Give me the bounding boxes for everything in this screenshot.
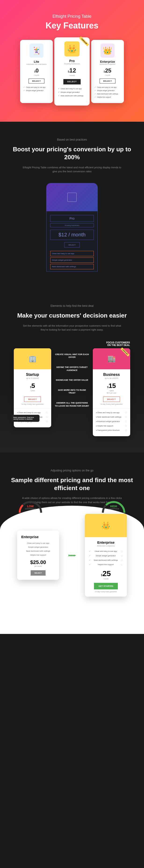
jester-icon: 🃏 xyxy=(32,46,41,55)
king-icon: 👑 xyxy=(67,44,77,54)
plan-subtitle: Individuals and small teams xyxy=(22,63,50,65)
section-sample: Adjusting pricing options on the go Samp… xyxy=(0,453,144,634)
plan-card-lite: 🃏 Lite Individuals and small teams $0 / … xyxy=(20,40,53,103)
feature-tooltip: Basic parameters. Real-time saving funct… xyxy=(11,415,40,422)
crown-icon: 👑 xyxy=(103,46,112,55)
popular-badge: POPULAR xyxy=(79,36,89,46)
select-button[interactable]: SELECT xyxy=(100,79,116,84)
select-button[interactable]: SELECT xyxy=(64,242,79,248)
feature-item: Clean and easy to use app xyxy=(23,86,50,88)
arrow-icon: ▸▸▸▸▸ xyxy=(69,553,75,557)
feature-item: Simple widget generator xyxy=(23,90,50,92)
pricing-cards-row: 🃏 Lite Individuals and small teams $0 / … xyxy=(9,40,135,103)
plan-icon: 👑 xyxy=(65,41,80,56)
conversion-comparison: LOW CONVERSION HIGH CONVERSION Enterpris… xyxy=(7,514,137,597)
wireframe-card: Pro Growing businesses $12 / month SELEC… xyxy=(46,183,98,272)
plan-card-business: POPULAR 🏬 Business up to 30 USERS $15 / … xyxy=(93,348,130,436)
select-button[interactable]: SELECT xyxy=(24,397,41,402)
focus-label: FOCUS CUSTOMERS ON THE BEST DEAL xyxy=(7,341,137,346)
select-button[interactable]: SELECT xyxy=(28,79,44,84)
plan-icon: 👑 xyxy=(100,43,115,58)
image-placeholder-icon xyxy=(67,193,77,202)
section-boost: Based on best practices Boost your prici… xyxy=(0,122,144,288)
hero-title: Key Features xyxy=(9,21,135,31)
plan-card-pro: POPULAR 👑 Pro Growing businesses $12 / m… xyxy=(54,37,90,105)
crown-icon: 👑 xyxy=(101,521,111,530)
select-button[interactable]: SELECT xyxy=(31,570,46,576)
hero-subtitle: Elfsight Pricing Table xyxy=(9,14,135,19)
get-started-button[interactable]: GET STARTED xyxy=(94,583,118,589)
high-conversion-card: 👑 Enterprise Advanced companies Clean an… xyxy=(85,514,127,597)
building-icon: 🏬 xyxy=(107,355,116,363)
select-button[interactable]: SELECT xyxy=(64,79,81,84)
section-eyebrow: Based on best practices xyxy=(9,138,135,141)
plan-card-enterprise: 👑 Enterprize Advanced companies $25 / mo… xyxy=(91,40,124,103)
section-title: Boost your pricing's conversion by up to… xyxy=(9,146,135,161)
low-conversion-gauge: LOW CONVERSION xyxy=(19,501,42,515)
plan-card-startup: 🏢 Startup up to 5 USERS $5 / year SELECT… xyxy=(14,348,51,427)
plan-icon: 🃏 xyxy=(29,43,44,58)
section-description: Elfsight Pricing Table combines all the … xyxy=(21,165,123,174)
garage-icon: 🏢 xyxy=(28,355,37,363)
section-decision: Elements to help find the best deal Make… xyxy=(0,288,144,453)
plan-name: Lite xyxy=(22,60,50,63)
hero-section: Elfsight Pricing Table Key Features 🃏 Li… xyxy=(0,0,144,122)
annotation: CREATE VISUAL HINT FOR EACH OFFER xyxy=(54,353,90,359)
low-conversion-card: Enterprise Clean and easy to use app Sim… xyxy=(17,531,59,580)
high-conversion-gauge: HIGH CONVERSION xyxy=(102,501,125,515)
annotation-column: CREATE VISUAL HINT FOR EACH OFFER DEFINE… xyxy=(54,348,90,407)
select-button[interactable]: SELECT xyxy=(103,397,120,402)
